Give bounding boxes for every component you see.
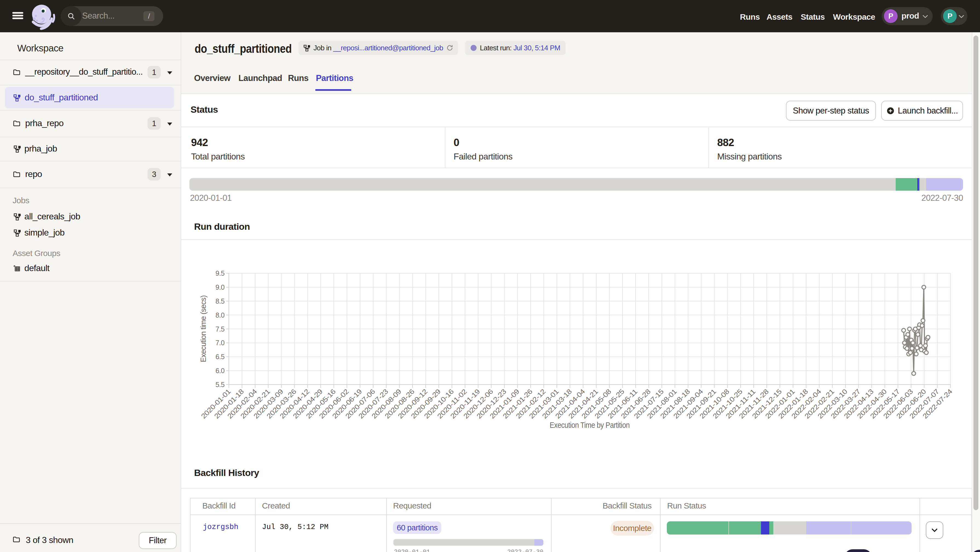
- svg-text:6.0: 6.0: [215, 367, 224, 374]
- svg-text:7.5: 7.5: [215, 325, 224, 333]
- svg-text:9.5: 9.5: [215, 270, 224, 277]
- svg-text:Execution time (secs): Execution time (secs): [199, 295, 207, 362]
- svg-text:6.5: 6.5: [215, 353, 224, 360]
- svg-text:7.0: 7.0: [215, 339, 224, 347]
- svg-text:5.5: 5.5: [215, 381, 224, 389]
- svg-text:9.0: 9.0: [215, 283, 224, 291]
- svg-text:8.0: 8.0: [215, 311, 224, 319]
- svg-text:Execution Time by Partition: Execution Time by Partition: [550, 421, 630, 430]
- svg-text:8.5: 8.5: [215, 297, 224, 305]
